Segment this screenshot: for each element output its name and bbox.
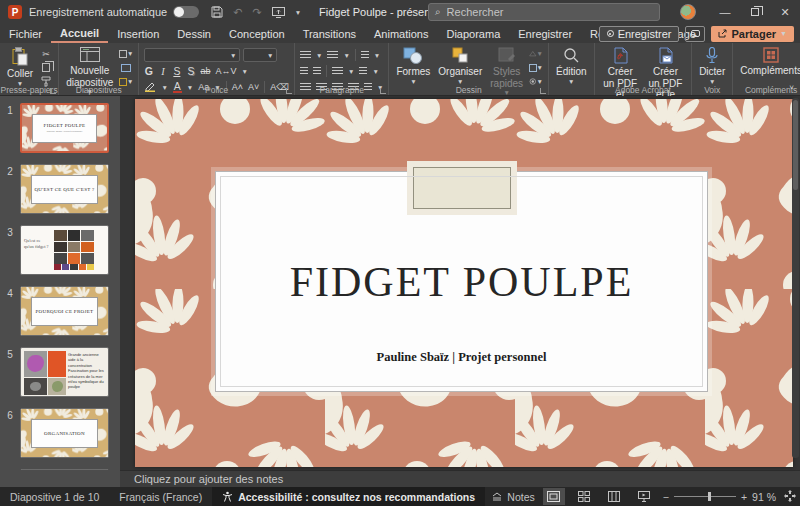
normal-view-icon[interactable] [543,488,565,505]
autosave-label: Enregistrement automatique [29,6,167,18]
record-button[interactable]: Enregistrer [599,26,680,42]
thumb-title: POURQUOI CE PROJET [36,309,94,314]
thumb-title: FIDGET POULPE [44,123,86,128]
decrease-indent-icon[interactable] [300,67,308,76]
arrange-icon [451,47,469,64]
tab-accueil[interactable]: Accueil [51,24,108,43]
addins-button[interactable]: Compléments [736,46,800,78]
align-text-icon[interactable] [359,67,367,76]
accessibility-checker[interactable]: Accessibilité : consultez nos recommanda… [212,487,485,506]
tab-diaporama[interactable]: Diaporama [437,24,509,43]
thumb-title: QU'EST CE QUE C'EST ? [34,187,94,192]
thumbnail-2[interactable]: 2 QU'EST CE QUE C'EST ? [0,164,120,214]
chevron-down-icon: ▼ [780,30,787,37]
bullets-icon[interactable] [300,51,311,60]
dialog-launcher-icon[interactable] [380,88,386,94]
tab-transitions[interactable]: Transitions [294,24,365,43]
notes-pane[interactable]: Cliquez pour ajouter des notes [120,470,800,487]
cut-icon[interactable]: ✂ [39,48,53,59]
slide-canvas[interactable]: FIDGET POULPE Pauline Sbaïz | Projet per… [135,99,793,467]
notes-toggle[interactable]: Notes [491,491,534,503]
tab-conception[interactable]: Conception [220,24,294,43]
thumbnail-3[interactable]: 3 Qu'est ce qu'un fidget ? [0,225,120,275]
tab-animations[interactable]: Animations [365,24,437,43]
autosave-control[interactable]: Enregistrement automatique [29,6,199,18]
slideshow-view-icon[interactable] [633,488,655,505]
slide-layout-icon[interactable]: ▼ [119,48,133,59]
vertical-scrollbar[interactable] [792,98,799,458]
text-shadow-icon[interactable]: S [186,65,195,77]
tab-enregistrer[interactable]: Enregistrer [509,24,581,43]
numbering-icon[interactable] [327,51,338,60]
text-direction-icon[interactable] [361,51,369,60]
thumbnail-5[interactable]: 5 Grande ancienne aide à la concentratio… [0,347,120,397]
thumb-bullets: Grande ancienne aide à la concentration … [68,352,106,390]
comments-button[interactable] [685,26,705,42]
redo-icon[interactable]: ↷ [252,6,261,19]
comment-icon [691,30,700,37]
powerpoint-logo: P [8,5,22,19]
title-placeholder[interactable]: FIDGET POULPE Pauline Sbaïz | Projet per… [215,171,708,392]
zoom-in-icon[interactable]: + [741,491,747,503]
bold-icon[interactable]: G [144,65,153,77]
italic-icon[interactable]: I [158,66,167,77]
dialog-launcher-icon[interactable] [540,88,546,94]
tab-fichier[interactable]: Fichier [0,24,51,43]
share-button[interactable]: Partager ▼ [711,26,794,42]
increase-indent-icon[interactable] [313,67,321,76]
thumbnail-1[interactable]: 1 FIDGET POULPE Pauline Sbaïz | Projet p… [0,103,120,153]
addins-icon [763,47,779,63]
zoom-level[interactable]: 91 % [752,491,776,503]
thumbnail-4[interactable]: 4 POURQUOI CE PROJET [0,286,120,336]
dialog-launcher-icon[interactable] [286,88,292,94]
reset-slide-icon[interactable] [119,62,133,73]
search-input[interactable] [447,6,617,18]
search-box[interactable]: ⌕ [428,3,660,21]
zoom-slider[interactable] [674,496,736,497]
autosave-toggle[interactable] [173,6,199,18]
paste-button[interactable]: Coller ▼ [3,46,37,88]
shapes-icon [403,47,423,64]
paste-icon [12,47,29,66]
font-size-combo[interactable]: ▼ [243,48,277,62]
group-drawing: Formes ▼ Organiser ▼ Styles rapides ▼ ▼ … [389,43,549,95]
restore-button[interactable] [740,0,770,24]
thumbnail-6[interactable]: 6 ORGANISATION [0,408,120,458]
char-spacing-icon[interactable]: A↔V [215,66,236,76]
editing-button[interactable]: Édition ▼ [552,46,591,86]
slide-editor[interactable]: FIDGET POULPE Pauline Sbaïz | Projet per… [120,96,800,470]
chevron-down-icon[interactable]: ▼ [295,9,301,16]
close-button[interactable]: ✕ [770,0,800,24]
copy-icon[interactable] [39,62,53,73]
tab-dessin[interactable]: Dessin [168,24,220,43]
status-bar: Diapositive 1 de 10 Français (France) Ac… [0,487,800,506]
group-editing: Édition ▼ [549,43,595,95]
present-icon[interactable] [272,7,285,18]
zoom-out-icon[interactable]: − [663,491,669,503]
save-icon[interactable] [211,6,223,18]
dialog-launcher-icon[interactable] [50,88,56,94]
thumb-title: ORGANISATION [44,431,85,436]
minimize-button[interactable]: — [710,0,740,24]
sorter-view-icon[interactable] [573,488,595,505]
slide-title[interactable]: FIDGET POULPE [216,258,707,306]
tab-insertion[interactable]: Insertion [108,24,168,43]
font-name-combo[interactable]: ▼ [144,48,240,62]
thumbnail-7[interactable]: 7 Un Trello pour s'organiser Un cahier d… [0,469,120,470]
shapes-button[interactable]: Formes ▼ [392,46,434,86]
shape-fill-icon[interactable]: ▼ [529,48,543,59]
shape-outline-icon[interactable]: ▼ [529,62,543,73]
undo-icon[interactable]: ↶ [233,6,242,19]
reading-view-icon[interactable] [603,488,625,505]
underline-icon[interactable]: S [172,65,181,77]
slide-subtitle[interactable]: Pauline Sbaïz | Projet personnel [216,350,707,365]
strikethrough-icon[interactable]: ab [200,66,210,76]
avatar[interactable] [680,4,696,20]
arrange-button[interactable]: Organiser ▼ [434,46,486,86]
collapse-ribbon-icon[interactable]: ˅ [789,83,794,92]
dictate-button[interactable]: Dicter ▼ [695,46,729,86]
line-spacing-icon[interactable] [332,67,343,76]
language-selector[interactable]: Français (France) [109,487,212,506]
fit-window-icon[interactable] [784,490,796,504]
slide-counter[interactable]: Diapositive 1 de 10 [0,487,109,506]
